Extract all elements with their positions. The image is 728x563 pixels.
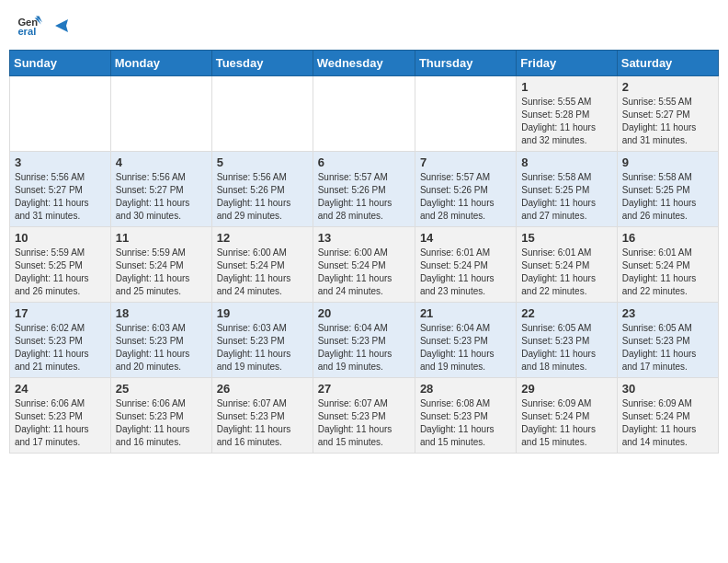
day-info: Sunrise: 6:05 AM Sunset: 5:23 PM Dayligh… (521, 322, 611, 373)
calendar-cell: 29Sunrise: 6:09 AM Sunset: 5:24 PM Dayli… (517, 378, 617, 454)
weekday-header-friday: Friday (517, 51, 617, 76)
calendar-cell: 14Sunrise: 6:01 AM Sunset: 5:24 PM Dayli… (415, 227, 516, 303)
logo-icon: Gen eral (17, 13, 42, 39)
day-number: 23 (622, 306, 713, 320)
weekday-header-sunday: Sunday (10, 51, 111, 76)
day-number: 20 (318, 306, 410, 320)
svg-text:eral: eral (17, 26, 36, 37)
calendar-cell: 24Sunrise: 6:06 AM Sunset: 5:23 PM Dayli… (10, 378, 111, 454)
day-info: Sunrise: 6:00 AM Sunset: 5:24 PM Dayligh… (318, 247, 410, 298)
calendar-cell: 25Sunrise: 6:06 AM Sunset: 5:23 PM Dayli… (110, 378, 211, 454)
day-info: Sunrise: 5:56 AM Sunset: 5:27 PM Dayligh… (15, 171, 106, 223)
day-info: Sunrise: 5:58 AM Sunset: 5:25 PM Dayligh… (622, 171, 713, 223)
calendar-cell: 28Sunrise: 6:08 AM Sunset: 5:23 PM Dayli… (415, 378, 516, 454)
calendar-cell: 19Sunrise: 6:03 AM Sunset: 5:23 PM Dayli… (211, 303, 313, 378)
day-info: Sunrise: 6:06 AM Sunset: 5:23 PM Dayligh… (116, 397, 207, 449)
day-number: 17 (15, 306, 106, 320)
day-info: Sunrise: 5:56 AM Sunset: 5:26 PM Dayligh… (217, 171, 308, 223)
day-number: 5 (217, 155, 308, 169)
day-info: Sunrise: 6:03 AM Sunset: 5:23 PM Dayligh… (217, 322, 308, 373)
calendar-cell: 20Sunrise: 6:04 AM Sunset: 5:23 PM Dayli… (313, 303, 415, 378)
calendar-cell: 6Sunrise: 5:57 AM Sunset: 5:26 PM Daylig… (313, 152, 415, 227)
day-number: 30 (622, 382, 713, 396)
calendar-cell: 1Sunrise: 5:55 AM Sunset: 5:28 PM Daylig… (517, 76, 617, 152)
day-info: Sunrise: 5:55 AM Sunset: 5:27 PM Dayligh… (622, 96, 713, 147)
day-number: 28 (420, 382, 511, 396)
day-info: Sunrise: 6:04 AM Sunset: 5:23 PM Dayligh… (318, 322, 410, 373)
day-info: Sunrise: 6:01 AM Sunset: 5:24 PM Dayligh… (521, 247, 611, 298)
svg-marker-4 (55, 19, 68, 32)
day-number: 13 (318, 231, 410, 245)
day-number: 27 (318, 382, 410, 396)
day-number: 9 (622, 155, 713, 169)
calendar-cell: 11Sunrise: 5:59 AM Sunset: 5:24 PM Dayli… (110, 227, 211, 303)
day-number: 2 (622, 80, 713, 94)
day-info: Sunrise: 6:04 AM Sunset: 5:23 PM Dayligh… (420, 322, 511, 373)
calendar-cell: 4Sunrise: 5:56 AM Sunset: 5:27 PM Daylig… (110, 152, 211, 227)
weekday-header-wednesday: Wednesday (313, 51, 415, 76)
day-number: 19 (217, 306, 308, 320)
day-number: 21 (420, 306, 511, 320)
day-number: 6 (318, 155, 410, 169)
day-number: 14 (420, 231, 511, 245)
calendar-cell: 17Sunrise: 6:02 AM Sunset: 5:23 PM Dayli… (10, 303, 111, 378)
day-number: 11 (116, 231, 207, 245)
calendar-cell: 13Sunrise: 6:00 AM Sunset: 5:24 PM Dayli… (313, 227, 415, 303)
day-info: Sunrise: 6:01 AM Sunset: 5:24 PM Dayligh… (420, 247, 511, 298)
calendar-cell: 10Sunrise: 5:59 AM Sunset: 5:25 PM Dayli… (10, 227, 111, 303)
day-number: 7 (420, 155, 511, 169)
day-info: Sunrise: 5:55 AM Sunset: 5:28 PM Dayligh… (521, 96, 611, 147)
day-info: Sunrise: 6:06 AM Sunset: 5:23 PM Dayligh… (15, 397, 106, 449)
calendar-cell (313, 76, 415, 152)
day-info: Sunrise: 5:56 AM Sunset: 5:27 PM Dayligh… (116, 171, 207, 223)
calendar-cell: 22Sunrise: 6:05 AM Sunset: 5:23 PM Dayli… (517, 303, 617, 378)
day-info: Sunrise: 6:02 AM Sunset: 5:23 PM Dayligh… (15, 322, 106, 373)
weekday-header-tuesday: Tuesday (211, 51, 313, 76)
calendar-cell: 2Sunrise: 5:55 AM Sunset: 5:27 PM Daylig… (617, 76, 718, 152)
day-number: 4 (116, 155, 207, 169)
calendar-week-row: 1Sunrise: 5:55 AM Sunset: 5:28 PM Daylig… (10, 76, 719, 152)
calendar-cell (415, 76, 516, 152)
day-info: Sunrise: 5:57 AM Sunset: 5:26 PM Dayligh… (420, 171, 511, 223)
calendar-week-row: 3Sunrise: 5:56 AM Sunset: 5:27 PM Daylig… (10, 152, 719, 227)
day-number: 29 (521, 382, 611, 396)
day-number: 15 (521, 231, 611, 245)
weekday-header-monday: Monday (110, 51, 211, 76)
calendar-cell: 8Sunrise: 5:58 AM Sunset: 5:25 PM Daylig… (517, 152, 617, 227)
calendar-cell: 12Sunrise: 6:00 AM Sunset: 5:24 PM Dayli… (211, 227, 313, 303)
calendar-cell: 18Sunrise: 6:03 AM Sunset: 5:23 PM Dayli… (110, 303, 211, 378)
calendar-cell: 7Sunrise: 5:57 AM Sunset: 5:26 PM Daylig… (415, 152, 516, 227)
day-info: Sunrise: 5:59 AM Sunset: 5:25 PM Dayligh… (15, 247, 106, 298)
day-info: Sunrise: 6:03 AM Sunset: 5:23 PM Dayligh… (116, 322, 207, 373)
calendar-week-row: 10Sunrise: 5:59 AM Sunset: 5:25 PM Dayli… (10, 227, 719, 303)
day-number: 25 (116, 382, 207, 396)
calendar-cell: 5Sunrise: 5:56 AM Sunset: 5:26 PM Daylig… (211, 152, 313, 227)
logo-arrow-icon (51, 16, 72, 36)
day-info: Sunrise: 6:09 AM Sunset: 5:24 PM Dayligh… (622, 397, 713, 449)
calendar-cell (110, 76, 211, 152)
calendar-cell: 16Sunrise: 6:01 AM Sunset: 5:24 PM Dayli… (617, 227, 718, 303)
weekday-header-saturday: Saturday (617, 51, 718, 76)
page-header: Gen eral (9, 9, 719, 42)
weekday-header-thursday: Thursday (415, 51, 516, 76)
day-info: Sunrise: 6:07 AM Sunset: 5:23 PM Dayligh… (318, 397, 410, 449)
day-info: Sunrise: 6:09 AM Sunset: 5:24 PM Dayligh… (521, 397, 611, 449)
calendar-cell: 9Sunrise: 5:58 AM Sunset: 5:25 PM Daylig… (617, 152, 718, 227)
day-info: Sunrise: 6:07 AM Sunset: 5:23 PM Dayligh… (217, 397, 308, 449)
day-info: Sunrise: 5:59 AM Sunset: 5:24 PM Dayligh… (116, 247, 207, 298)
calendar-cell: 21Sunrise: 6:04 AM Sunset: 5:23 PM Dayli… (415, 303, 516, 378)
calendar-cell: 26Sunrise: 6:07 AM Sunset: 5:23 PM Dayli… (211, 378, 313, 454)
calendar-cell: 3Sunrise: 5:56 AM Sunset: 5:27 PM Daylig… (10, 152, 111, 227)
day-number: 26 (217, 382, 308, 396)
day-number: 22 (521, 306, 611, 320)
calendar-cell (10, 76, 111, 152)
day-info: Sunrise: 5:57 AM Sunset: 5:26 PM Dayligh… (318, 171, 410, 223)
day-info: Sunrise: 6:01 AM Sunset: 5:24 PM Dayligh… (622, 247, 713, 298)
calendar-cell: 23Sunrise: 6:05 AM Sunset: 5:23 PM Dayli… (617, 303, 718, 378)
day-info: Sunrise: 6:00 AM Sunset: 5:24 PM Dayligh… (217, 247, 308, 298)
day-number: 3 (15, 155, 106, 169)
day-number: 1 (521, 80, 611, 94)
calendar-cell (211, 76, 313, 152)
day-info: Sunrise: 6:05 AM Sunset: 5:23 PM Dayligh… (622, 322, 713, 373)
day-number: 18 (116, 306, 207, 320)
